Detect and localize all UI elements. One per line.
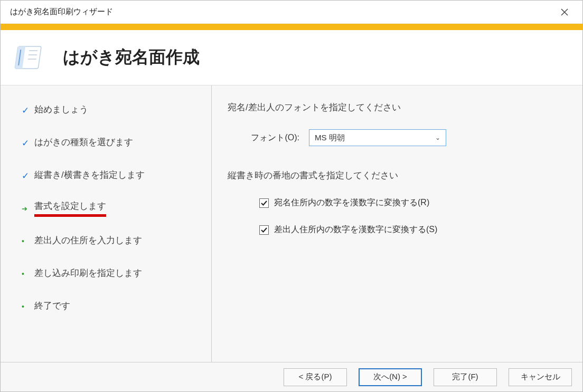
check-icon: ✓: [22, 170, 29, 181]
close-button[interactable]: [553, 4, 576, 21]
arrow-icon: ➔: [22, 205, 27, 213]
hagaki-icon: [11, 42, 45, 73]
footer: < 戻る(P) 次へ(N) > 完了(F) キャンセル: [1, 362, 582, 391]
checkbox-label: 宛名住所内の数字を漢数字に変換する(R): [274, 197, 429, 208]
step-label: 終了です: [34, 300, 70, 314]
dot-icon: •: [22, 270, 24, 278]
font-select[interactable]: MS 明朝 ⌄: [309, 129, 446, 146]
step-label: 縦書き/横書きを指定します: [34, 169, 145, 183]
step-item: ✓ 縦書き/横書きを指定します: [22, 167, 206, 185]
step-label: 書式を設定します: [34, 200, 106, 217]
step-item: • 差出人の住所を入力します: [22, 232, 206, 250]
font-field-label: フォント(O):: [247, 132, 299, 144]
step-label: 差し込み印刷を指定します: [34, 267, 142, 281]
close-icon: [561, 8, 568, 16]
page-title: はがき宛名面作成: [63, 46, 200, 69]
step-item: ✓ はがきの種類を選びます: [22, 134, 206, 152]
back-button[interactable]: < 戻る(P): [284, 368, 347, 386]
checkbox-sender-kanji[interactable]: 差出人住所内の数字を漢数字に変換する(S): [259, 224, 567, 235]
window-title: はがき宛名面印刷ウィザード: [10, 7, 113, 17]
content-panel: 宛名/差出人のフォントを指定してください フォント(O): MS 明朝 ⌄ 縦書…: [212, 85, 582, 362]
step-item: • 差し込み印刷を指定します: [22, 265, 206, 283]
step-item-current: ➔ 書式を設定します: [22, 199, 206, 217]
check-icon: ✓: [22, 105, 29, 116]
font-row: フォント(O): MS 明朝 ⌄: [247, 129, 567, 146]
font-section-label: 宛名/差出人のフォントを指定してください: [228, 101, 567, 113]
next-button[interactable]: 次へ(N) >: [359, 368, 422, 386]
wizard-steps-sidebar: ✓ 始めましょう ✓ はがきの種類を選びます ✓ 縦書き/横書きを指定します ➔…: [1, 85, 212, 362]
titlebar: はがき宛名面印刷ウィザード: [1, 1, 582, 24]
step-item: ✓ 始めましょう: [22, 101, 206, 119]
step-label: 始めましょう: [34, 103, 88, 118]
step-label: はがきの種類を選びます: [34, 136, 133, 150]
step-item: • 終了です: [22, 298, 206, 315]
checkbox-icon: [259, 225, 269, 235]
font-select-value: MS 明朝: [315, 133, 345, 143]
chevron-down-icon: ⌄: [435, 134, 440, 141]
checkbox-recipient-kanji[interactable]: 宛名住所内の数字を漢数字に変換する(R): [259, 197, 567, 208]
cancel-button[interactable]: キャンセル: [509, 368, 572, 386]
finish-button[interactable]: 完了(F): [434, 368, 497, 386]
address-section-label: 縦書き時の番地の書式を指定してください: [228, 169, 567, 181]
body: ✓ 始めましょう ✓ はがきの種類を選びます ✓ 縦書き/横書きを指定します ➔…: [1, 85, 582, 362]
dot-icon: •: [22, 237, 24, 245]
wizard-window: はがき宛名面印刷ウィザード はがき宛名面作成 ✓: [0, 0, 583, 392]
checkbox-icon: [259, 198, 269, 208]
check-icon: ✓: [22, 138, 29, 149]
header: はがき宛名面作成: [1, 30, 582, 85]
step-label: 差出人の住所を入力します: [34, 234, 142, 248]
accent-strip: [1, 24, 582, 30]
dot-icon: •: [22, 302, 24, 311]
checkbox-label: 差出人住所内の数字を漢数字に変換する(S): [274, 224, 437, 235]
